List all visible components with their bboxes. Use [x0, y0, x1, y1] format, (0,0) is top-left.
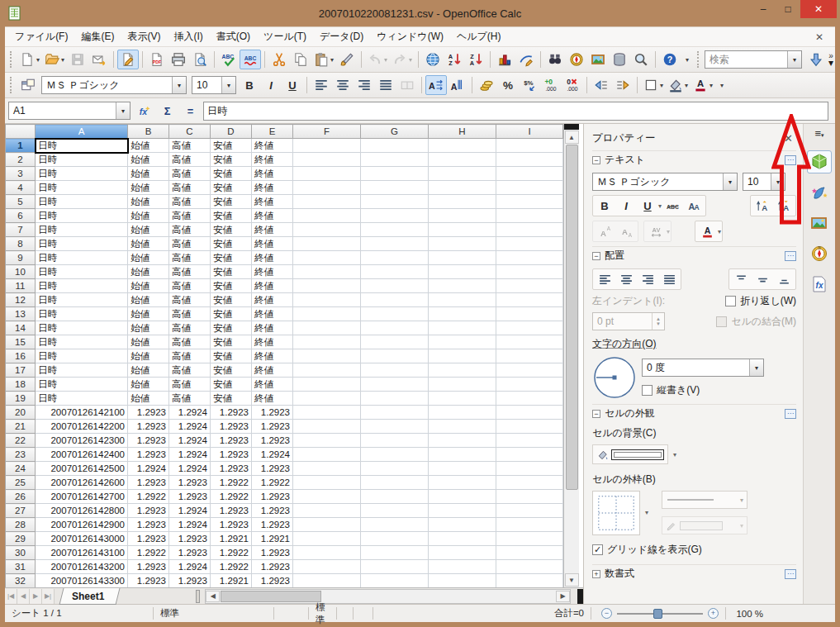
cell-D25[interactable]: 1.2922 — [211, 476, 252, 490]
cell-I15[interactable] — [496, 335, 563, 349]
cell-C27[interactable]: 1.2924 — [169, 504, 211, 518]
cell-E30[interactable]: 1.2923 — [252, 546, 293, 560]
zoom-slider[interactable] — [617, 613, 703, 615]
border-selector[interactable] — [592, 491, 640, 535]
cell-E8[interactable]: 終値 — [252, 237, 293, 251]
cell-F6[interactable] — [293, 209, 361, 223]
row-header-25[interactable]: 25 — [6, 476, 36, 490]
character-dialog-button[interactable]: AA — [683, 197, 705, 215]
cell-F30[interactable] — [293, 546, 361, 560]
cell-A24[interactable]: 20070126142500 — [36, 462, 128, 476]
cell-A31[interactable]: 20070126143200 — [36, 560, 128, 574]
cell-D28[interactable]: 1.2923 — [211, 518, 252, 532]
toolbar-grip[interactable] — [697, 51, 701, 68]
row-header-13[interactable]: 13 — [6, 307, 36, 321]
cell-A18[interactable]: 日時 — [36, 378, 128, 392]
next-sheet-icon[interactable]: ▶ — [30, 589, 42, 604]
cell-I23[interactable] — [496, 448, 563, 462]
cell-I2[interactable] — [496, 153, 563, 167]
cell-E3[interactable]: 終値 — [252, 167, 293, 181]
align-right-button[interactable] — [637, 270, 658, 288]
cell-I19[interactable] — [496, 392, 563, 406]
cell-H31[interactable] — [429, 560, 496, 574]
cut-button[interactable] — [268, 50, 290, 69]
increase-font-size-button[interactable]: A — [752, 197, 773, 215]
zoom-in-icon[interactable]: + — [708, 608, 719, 619]
status-zoom-level[interactable]: 100 % — [725, 607, 770, 620]
formula-input[interactable]: 日時 — [203, 102, 828, 121]
cell-B19[interactable]: 始値 — [128, 392, 169, 406]
zoom-button[interactable] — [630, 50, 652, 69]
cell-G31[interactable] — [361, 560, 429, 574]
cell-C9[interactable]: 高値 — [169, 251, 211, 265]
cell-C31[interactable]: 1.2924 — [169, 560, 211, 574]
cell-D5[interactable]: 安値 — [211, 195, 252, 209]
cell-E21[interactable]: 1.2923 — [252, 420, 293, 434]
cell-I17[interactable] — [496, 363, 563, 378]
cell-H8[interactable] — [429, 237, 496, 251]
cell-B23[interactable]: 1.2923 — [128, 448, 169, 462]
status-sheet-info[interactable]: シート 1 / 1 — [5, 607, 154, 620]
sidebar-tab-properties[interactable] — [807, 150, 832, 173]
cell-D8[interactable]: 安値 — [211, 237, 252, 251]
cell-F20[interactable] — [293, 406, 361, 420]
cell-B13[interactable]: 始値 — [128, 307, 169, 321]
cell-G27[interactable] — [361, 504, 429, 518]
toolbar-more-button[interactable]: ▾ — [681, 50, 692, 69]
cell-A20[interactable]: 20070126142100 — [36, 406, 128, 420]
cell-G28[interactable] — [361, 518, 429, 532]
cell-H28[interactable] — [429, 518, 496, 532]
cell-C17[interactable]: 高値 — [169, 363, 211, 378]
sidebar-menu-icon[interactable]: ≡▾ — [814, 127, 823, 140]
cell-F32[interactable] — [293, 574, 361, 588]
font-name-combo[interactable]: ＭＳ Ｐゴシック▾ — [41, 76, 187, 94]
cell-C14[interactable]: 高値 — [169, 321, 211, 335]
cell-I7[interactable] — [496, 223, 563, 237]
chevron-down-icon[interactable]: ▾ — [723, 173, 737, 190]
row-header-7[interactable]: 7 — [6, 223, 36, 237]
cell-E25[interactable]: 1.2922 — [252, 476, 293, 490]
cell-F19[interactable] — [293, 392, 361, 406]
cell-I14[interactable] — [496, 321, 563, 335]
cell-I24[interactable] — [496, 462, 563, 476]
cell-C32[interactable]: 1.2923 — [169, 574, 211, 588]
vertical-scroll-thumb[interactable] — [566, 145, 578, 490]
cell-F29[interactable] — [293, 532, 361, 546]
delete-decimal-button[interactable]: 0.000 — [562, 75, 583, 95]
chevron-down-icon[interactable]: ▾ — [660, 82, 663, 89]
cell-I1[interactable] — [496, 139, 563, 153]
cell-H24[interactable] — [429, 462, 496, 476]
cell-C6[interactable]: 高値 — [169, 209, 211, 223]
menu-item-4[interactable]: 書式(O) — [210, 28, 257, 45]
cell-G19[interactable] — [361, 392, 429, 406]
cell-D11[interactable]: 安値 — [211, 279, 252, 293]
cell-A23[interactable]: 20070126142400 — [36, 448, 128, 462]
chevron-down-icon[interactable]: ▾ — [673, 451, 676, 458]
cell-E5[interactable]: 終値 — [252, 195, 293, 209]
row-header-2[interactable]: 2 — [6, 153, 36, 167]
search-input[interactable]: 検索▾ — [705, 50, 802, 69]
cell-F14[interactable] — [293, 321, 361, 335]
bold-button[interactable]: B — [239, 75, 260, 95]
cell-I3[interactable] — [496, 167, 563, 181]
row-header-9[interactable]: 9 — [6, 251, 36, 265]
cell-D30[interactable]: 1.2922 — [211, 546, 252, 560]
cell-E24[interactable]: 1.2923 — [252, 462, 293, 476]
tab-splitter[interactable] — [196, 590, 200, 603]
sidebar-font-name-combo[interactable]: ＭＳ Ｐゴシック▾ — [592, 173, 738, 191]
cell-C2[interactable]: 高値 — [169, 153, 211, 167]
row-header-5[interactable]: 5 — [6, 195, 36, 209]
cell-C15[interactable]: 高値 — [169, 335, 211, 349]
menu-item-0[interactable]: ファイル(F) — [8, 28, 74, 45]
sidebar-tab-styles[interactable] — [807, 181, 832, 204]
column-header-D[interactable]: D — [211, 125, 252, 139]
cell-C18[interactable]: 高値 — [169, 378, 211, 392]
cell-G6[interactable] — [361, 209, 429, 223]
cell-I30[interactable] — [496, 546, 563, 560]
status-sum[interactable]: 合計=0 — [373, 607, 591, 620]
chevron-down-icon[interactable]: ▾ — [36, 56, 40, 64]
cell-I5[interactable] — [496, 195, 563, 209]
cell-B4[interactable]: 始値 — [128, 181, 169, 195]
cell-B2[interactable]: 始値 — [128, 153, 169, 167]
section-alignment-header[interactable]: − 配置 ⋯ — [592, 246, 796, 264]
